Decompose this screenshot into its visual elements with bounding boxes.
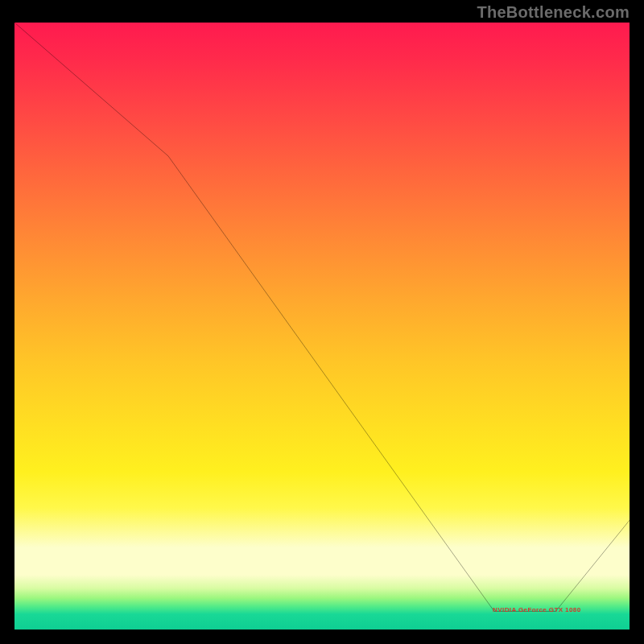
gpu-annotation-label: NVIDIA GeForce GTX 1080 [493,606,580,613]
watermark-text: TheBottleneck.com [477,3,630,22]
bottleneck-curve [14,23,630,630]
plot-area: NVIDIA GeForce GTX 1080 [14,23,630,630]
chart-stage: TheBottleneck.com NVIDIA GeForce GTX 108… [0,0,644,644]
